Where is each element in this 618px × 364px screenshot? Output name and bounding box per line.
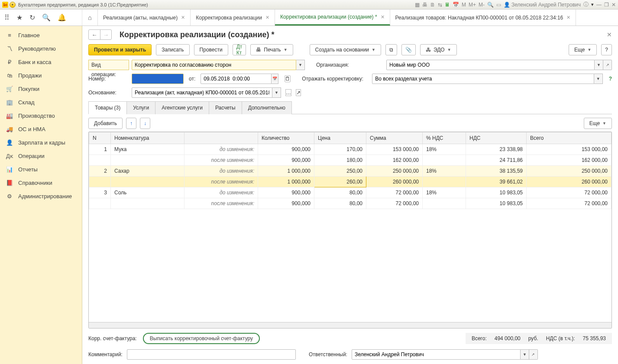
notifications-icon[interactable]: 🔔 bbox=[58, 13, 66, 22]
table-row[interactable]: 2Сахардо изменения: 1 000,000250,00250 0… bbox=[89, 166, 612, 177]
window-maximize[interactable]: ❐ bbox=[604, 2, 609, 8]
horizontal-scrollbar[interactable] bbox=[89, 322, 612, 328]
responsible-input[interactable] bbox=[352, 349, 521, 360]
window-close[interactable]: ✕ bbox=[612, 2, 616, 8]
calendar-icon[interactable]: 📅 bbox=[453, 2, 459, 8]
date-input[interactable] bbox=[201, 74, 272, 84]
col-price[interactable]: Цена bbox=[314, 132, 366, 144]
grid-more-button[interactable]: Еще ▼ bbox=[584, 118, 612, 129]
attach-button[interactable]: 📎 bbox=[401, 44, 416, 55]
add-row-button[interactable]: Добавить bbox=[88, 118, 123, 129]
calc-icon[interactable]: 🖩 bbox=[445, 2, 450, 8]
col-nomenclature[interactable]: Номенклатура bbox=[111, 132, 184, 144]
apps-icon[interactable]: ⠿ bbox=[4, 13, 10, 22]
subtab-agent[interactable]: Агентские услуги bbox=[155, 101, 209, 114]
subtab-goods[interactable]: Товары (3) bbox=[88, 101, 127, 114]
sidebar-item-production[interactable]: 🏭Производство bbox=[0, 109, 82, 122]
help-button[interactable]: ? bbox=[601, 44, 612, 55]
dropdown-icon[interactable]: ▼ bbox=[595, 60, 603, 70]
col-sum[interactable]: Сумма bbox=[366, 132, 423, 144]
home-tab[interactable]: ⌂ bbox=[82, 10, 98, 26]
favorite-icon[interactable]: ★ bbox=[16, 13, 23, 22]
layout-icon[interactable]: ▭ bbox=[496, 2, 501, 8]
sidebar-item-purchases[interactable]: 🛒Покупки bbox=[0, 82, 82, 96]
subtab-additional[interactable]: Дополнительно bbox=[242, 101, 292, 114]
table-row[interactable]: 1Мукадо изменения: 900,000170,00153 000,… bbox=[89, 144, 612, 155]
calendar-icon[interactable]: 📅 bbox=[272, 74, 278, 84]
dropdown-icon[interactable]: ▼ bbox=[594, 74, 603, 84]
tab-0[interactable]: Реализация (акты, накладные)✕ bbox=[98, 10, 191, 26]
form-icon-button[interactable]: 🗒 bbox=[285, 75, 291, 82]
sidebar-item-catalogs[interactable]: 📕Справочники bbox=[0, 176, 82, 190]
record-button[interactable]: Записать bbox=[156, 44, 189, 55]
dtkt-button[interactable]: ДтКт bbox=[233, 44, 246, 55]
close-icon[interactable]: ✕ bbox=[566, 15, 570, 20]
mplus-indicator[interactable]: M+ bbox=[469, 2, 476, 8]
close-icon[interactable]: ✕ bbox=[265, 15, 269, 20]
move-up-button[interactable]: ↑ bbox=[126, 118, 136, 129]
comment-input[interactable] bbox=[127, 349, 296, 360]
dropdown-icon[interactable]: ▼ bbox=[296, 60, 305, 70]
close-icon[interactable]: ✕ bbox=[381, 14, 385, 20]
page-close-button[interactable]: ✕ bbox=[607, 31, 612, 38]
table-row-after[interactable]: после изменения: 900,00080,0072 000,00 1… bbox=[89, 198, 612, 209]
post-and-close-button[interactable]: Провести и закрыть bbox=[88, 44, 152, 55]
history-icon[interactable]: ↻ bbox=[29, 13, 35, 22]
open-icon[interactable]: ↗ bbox=[529, 349, 538, 360]
sidebar-item-bank[interactable]: ₽Банк и касса bbox=[0, 55, 82, 69]
mminus-indicator[interactable]: M- bbox=[479, 2, 485, 8]
print-icon[interactable]: 🖶 bbox=[422, 2, 427, 8]
col-total[interactable]: Всего bbox=[527, 132, 612, 144]
create-based-button[interactable]: Создать на основании ▼ bbox=[310, 44, 381, 55]
sidebar-item-operations[interactable]: ДᴋОперации bbox=[0, 149, 82, 163]
sidebar-item-warehouse[interactable]: 🏢Склад bbox=[0, 96, 82, 109]
m-indicator[interactable]: M bbox=[462, 2, 466, 8]
forward-button[interactable]: → bbox=[100, 30, 111, 39]
create-invoice-button[interactable]: Выписать корректировочный счет-фактуру bbox=[143, 333, 260, 344]
table-row[interactable]: 3Сольдо изменения: 900,00080,0072 000,00… bbox=[89, 187, 612, 198]
subtab-settlements[interactable]: Расчеты bbox=[209, 101, 242, 114]
titlebar-dropdown-button[interactable]: ▾ bbox=[10, 2, 16, 8]
dropdown-icon[interactable]: ▼ bbox=[521, 349, 529, 360]
basis-input[interactable] bbox=[132, 87, 272, 98]
doc-icon[interactable]: 🗎 bbox=[430, 2, 435, 8]
number-input[interactable] bbox=[132, 74, 184, 84]
col-qty[interactable]: Количество bbox=[258, 132, 314, 144]
col-vat[interactable]: НДС bbox=[466, 132, 527, 144]
current-user[interactable]: 👤 Зеленский Андрей Петрович bbox=[504, 2, 581, 8]
more-button[interactable]: Еще ▼ bbox=[569, 44, 597, 55]
subtab-services[interactable]: Услуги bbox=[126, 101, 155, 114]
tab-1[interactable]: Корректировка реализации✕ bbox=[191, 10, 275, 26]
grid-icon[interactable]: ▦ bbox=[415, 2, 420, 8]
post-button[interactable]: Провести bbox=[194, 44, 228, 55]
sidebar-item-admin[interactable]: ⚙Администрирование bbox=[0, 190, 82, 203]
table-row-after[interactable]: после изменения: 1 000,000260,00260 000,… bbox=[89, 177, 612, 187]
move-down-button[interactable]: ↓ bbox=[140, 118, 150, 129]
zoom-icon[interactable]: 🔍 bbox=[487, 2, 494, 8]
org-input[interactable] bbox=[386, 60, 595, 70]
sidebar-item-payroll[interactable]: 👤Зарплата и кадры bbox=[0, 136, 82, 149]
tab-3[interactable]: Реализация товаров: Накладная КП00-00000… bbox=[390, 10, 576, 26]
optype-input[interactable] bbox=[132, 60, 296, 70]
col-vatp[interactable]: % НДС bbox=[423, 132, 466, 144]
open-icon[interactable]: ↗ bbox=[603, 60, 612, 70]
compare-icon[interactable]: ⇆ bbox=[438, 2, 442, 8]
window-minimize[interactable]: — bbox=[596, 2, 602, 8]
col-n[interactable]: N bbox=[89, 132, 111, 144]
tab-2[interactable]: Корректировка реализации (создание) *✕ bbox=[275, 10, 390, 26]
print-button[interactable]: 🖶 Печать ▼ bbox=[250, 44, 293, 55]
search-icon[interactable]: 🔍 bbox=[42, 13, 51, 22]
back-button[interactable]: ← bbox=[89, 30, 100, 39]
info-icon[interactable]: ⓘ bbox=[583, 1, 589, 8]
sidebar-item-reports[interactable]: 📊Отчеты bbox=[0, 163, 82, 176]
related-icon-button[interactable]: ⧉ bbox=[385, 44, 397, 55]
sidebar-item-assets[interactable]: 🚚ОС и НМА bbox=[0, 122, 82, 136]
sidebar-item-sales[interactable]: 🛍Продажи bbox=[0, 69, 82, 82]
help-hint-icon[interactable]: ? bbox=[609, 76, 612, 82]
table-row-after[interactable]: после изменения: 900,000180,00162 000,00… bbox=[89, 155, 612, 166]
dropdown-icon[interactable]: ▼ bbox=[272, 87, 281, 98]
edo-button[interactable]: 🖧 ЭДО ▼ bbox=[420, 44, 457, 55]
close-icon[interactable]: ✕ bbox=[181, 15, 185, 20]
sidebar-item-manager[interactable]: 〽Руководителю bbox=[0, 42, 82, 55]
sidebar-item-main[interactable]: ≡Главное bbox=[0, 29, 82, 42]
